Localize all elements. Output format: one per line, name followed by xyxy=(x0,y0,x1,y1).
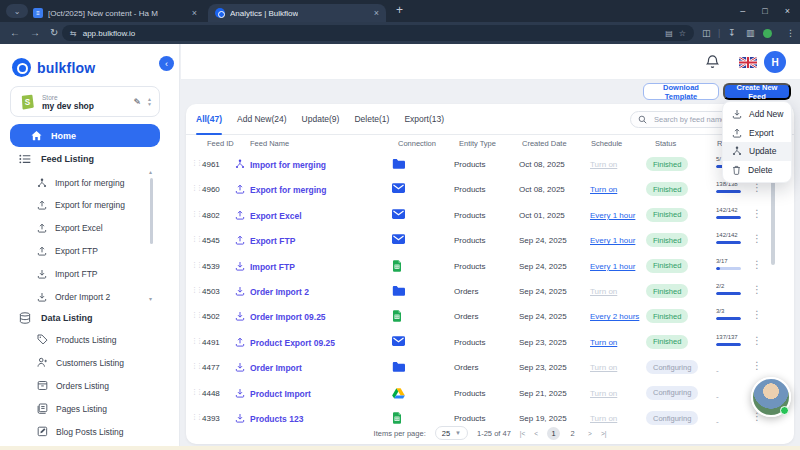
bulkflow-logo[interactable]: bulkflow xyxy=(12,58,95,77)
schedule-link[interactable]: Every 1 hour xyxy=(590,211,635,220)
sidebar-subitem[interactable]: Pages Listing xyxy=(0,401,179,416)
prev-page-icon[interactable]: < xyxy=(534,430,538,437)
sidebar-subitem[interactable]: Blog Posts Listing xyxy=(0,424,179,439)
feed-name-link[interactable]: Product Import xyxy=(250,389,311,399)
feed-name-link[interactable]: Import FTP xyxy=(250,262,295,272)
bookmark-star-icon[interactable]: ☆ xyxy=(679,29,686,38)
maximize-button[interactable]: □ xyxy=(762,6,767,16)
sidebar-item-data-listing[interactable]: Data Listing xyxy=(0,310,179,325)
feed-name-link[interactable]: Import for merging xyxy=(250,160,326,170)
page-number-2[interactable]: 2 xyxy=(566,427,579,440)
notifications-bell-icon[interactable] xyxy=(705,54,720,70)
downloads-icon[interactable]: ↧ xyxy=(728,28,736,38)
menu-item-update[interactable]: Update xyxy=(723,142,791,161)
browser-menu-icon[interactable]: ⋮ xyxy=(786,28,795,38)
drag-handle-icon[interactable]: ⋮⋮ xyxy=(191,210,201,218)
browser-tab-2[interactable]: Analytics | Bulkflow × xyxy=(208,4,386,22)
scroll-down-icon[interactable]: ▾ xyxy=(149,295,152,302)
translate-icon[interactable]: ▤ xyxy=(665,29,673,38)
sidebar-subitem[interactable]: Order Import 2 xyxy=(0,289,179,304)
row-menu-icon[interactable]: ⋮ xyxy=(752,182,762,193)
schedule-link[interactable]: Turn on xyxy=(590,389,617,398)
download-template-button[interactable]: Download Template xyxy=(643,83,719,100)
row-menu-icon[interactable]: ⋮ xyxy=(752,208,762,219)
sidebar-scrollbar[interactable] xyxy=(150,178,153,244)
sidebar-subitem[interactable]: Import FTP xyxy=(0,266,179,281)
feed-name-link[interactable]: Order Import 2 xyxy=(250,287,309,297)
tab-close-icon[interactable]: × xyxy=(192,8,197,18)
feed-name-link[interactable]: Export for merging xyxy=(250,185,327,195)
drag-handle-icon[interactable]: ⋮⋮ xyxy=(191,362,201,370)
drag-handle-icon[interactable]: ⋮⋮ xyxy=(191,311,201,319)
row-menu-icon[interactable]: ⋮ xyxy=(752,233,762,244)
sidebar-subitem[interactable]: Customers Listing xyxy=(0,355,179,370)
tab-delete-1-[interactable]: Delete(1) xyxy=(354,104,389,135)
row-menu-icon[interactable]: ⋮ xyxy=(752,259,762,270)
table-row[interactable]: ⋮⋮ 4491 Product Export 09.25 Products Se… xyxy=(186,330,794,355)
tab-export-13-[interactable]: Export(13) xyxy=(404,104,444,135)
table-row[interactable]: ⋮⋮ 4802 Export Excel Products Oct 01, 20… xyxy=(186,203,794,228)
drag-handle-icon[interactable]: ⋮⋮ xyxy=(191,184,201,192)
drag-handle-icon[interactable]: ⋮⋮ xyxy=(191,413,201,421)
table-row[interactable]: ⋮⋮ 4545 Export FTP Products Sep 24, 2025… xyxy=(186,228,794,253)
row-menu-icon[interactable]: ⋮ xyxy=(752,360,762,371)
tab-add-new-24-[interactable]: Add New(24) xyxy=(237,104,287,135)
first-page-icon[interactable]: |< xyxy=(520,430,525,437)
row-menu-icon[interactable]: ⋮ xyxy=(752,335,762,346)
drag-handle-icon[interactable]: ⋮⋮ xyxy=(191,261,201,269)
forward-icon[interactable]: → xyxy=(30,27,40,38)
sidebar-subitem[interactable]: Orders Listing xyxy=(0,378,179,393)
store-switch-icon[interactable]: ▲▼ xyxy=(147,97,152,106)
table-row[interactable]: ⋮⋮ 4961 Import for merging Products Oct … xyxy=(186,152,794,177)
user-avatar[interactable]: H xyxy=(764,51,786,73)
feed-name-link[interactable]: Order Import 09.25 xyxy=(250,312,326,322)
language-flag-icon[interactable] xyxy=(739,57,757,68)
tab-all-47-[interactable]: All(47) xyxy=(196,104,222,135)
schedule-link[interactable]: Every 1 hour xyxy=(590,262,635,271)
schedule-link[interactable]: Every 2 hours xyxy=(590,312,639,321)
feed-name-link[interactable]: Order Import xyxy=(250,363,302,373)
drag-handle-icon[interactable]: ⋮⋮ xyxy=(191,388,201,396)
browser-tab-1[interactable]: ≡ [Oct/2025] New content - Ha M × xyxy=(26,4,204,22)
next-page-icon[interactable]: > xyxy=(588,430,592,437)
url-bar[interactable]: ⇆ app.bulkflow.io ▤ ☆ xyxy=(62,25,694,41)
table-row[interactable]: ⋮⋮ 4503 Order Import 2 Orders Sep 24, 20… xyxy=(186,279,794,304)
scroll-up-icon[interactable]: ▴ xyxy=(149,168,152,175)
feed-name-link[interactable]: Products 123 xyxy=(250,414,303,424)
row-menu-icon[interactable]: ⋮ xyxy=(752,284,762,295)
tab-update-9-[interactable]: Update(9) xyxy=(302,104,340,135)
profile-card-icon[interactable]: ▥ xyxy=(746,28,755,38)
schedule-link[interactable]: Turn on xyxy=(590,363,617,372)
tab-close-icon[interactable]: × xyxy=(374,8,379,18)
minimize-button[interactable]: – xyxy=(740,6,745,16)
drag-handle-icon[interactable]: ⋮⋮ xyxy=(191,235,201,243)
feed-name-link[interactable]: Product Export 09.25 xyxy=(250,338,335,348)
feed-name-link[interactable]: Export Excel xyxy=(250,211,302,221)
edit-store-icon[interactable]: ✎ xyxy=(134,97,142,107)
feed-name-link[interactable]: Export FTP xyxy=(250,236,295,246)
schedule-link[interactable]: Turn on xyxy=(590,160,617,169)
close-button[interactable]: × xyxy=(785,6,790,16)
page-number-1[interactable]: 1 xyxy=(547,427,560,440)
schedule-link[interactable]: Turn on xyxy=(590,338,617,347)
row-menu-icon[interactable]: ⋮ xyxy=(752,309,762,320)
table-row[interactable]: ⋮⋮ 4448 Product Import Products Sep 21, … xyxy=(186,381,794,406)
back-icon[interactable]: ← xyxy=(10,27,20,38)
create-new-feed-button[interactable]: Create New Feed xyxy=(723,83,791,100)
store-selector[interactable]: S Store my dev shop ✎ ▲▼ xyxy=(10,86,160,117)
sidebar-item-home[interactable]: Home xyxy=(10,124,160,147)
schedule-link[interactable]: Turn on xyxy=(590,185,617,194)
tab-search-icon[interactable]: ⌄ xyxy=(6,4,28,18)
schedule-link[interactable]: Turn on xyxy=(590,414,617,423)
drag-handle-icon[interactable]: ⋮⋮ xyxy=(191,337,201,345)
new-tab-button[interactable]: + xyxy=(396,3,403,17)
table-row[interactable]: ⋮⋮ 4502 Order Import 09.25 Orders Sep 24… xyxy=(186,304,794,329)
extensions-puzzle-icon[interactable]: ◫ xyxy=(702,28,711,38)
menu-item-add-new[interactable]: Add New xyxy=(723,105,791,124)
extension-green-icon[interactable] xyxy=(763,29,772,38)
drag-handle-icon[interactable]: ⋮⋮ xyxy=(191,159,201,167)
sidebar-subitem[interactable]: Export FTP xyxy=(0,243,179,258)
table-row[interactable]: ⋮⋮ 4539 Import FTP Products Sep 24, 2025… xyxy=(186,254,794,279)
drag-handle-icon[interactable]: ⋮⋮ xyxy=(191,286,201,294)
schedule-link[interactable]: Turn on xyxy=(590,287,617,296)
